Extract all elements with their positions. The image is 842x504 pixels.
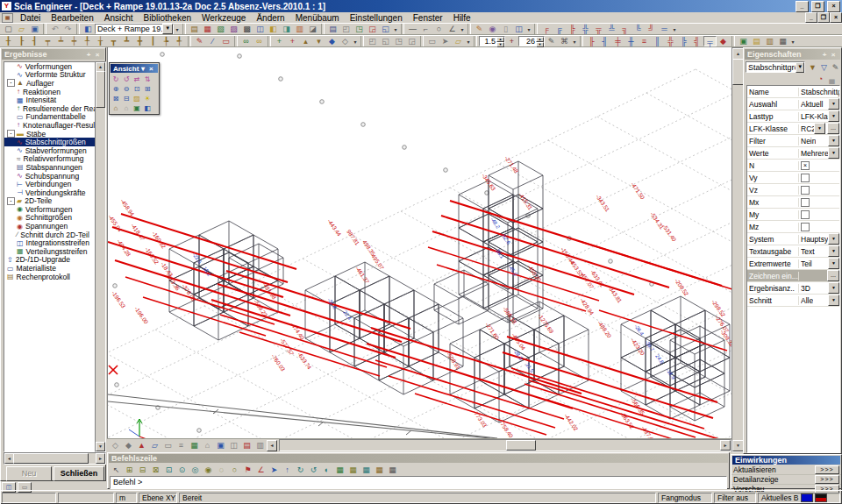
tree-item-integrationsstreifen[interactable]: ◫Integrationsstreifen — [4, 238, 96, 247]
tree-item-stabschnittgr-en[interactable]: ∿Stabschnittgrößen — [4, 138, 96, 146]
view-top-icon[interactable]: ◰ — [366, 36, 379, 46]
save-icon[interactable]: ▣ — [28, 24, 41, 34]
tree-item-resultierende-der-reaktione[interactable]: ↑Resultierende der Reaktione — [4, 104, 96, 113]
filter-v-icon[interactable]: ▽ — [818, 62, 830, 73]
zoom-previous-icon[interactable]: ⊟ — [121, 94, 132, 103]
fillet-icon[interactable]: ┻ — [120, 36, 133, 46]
blue-flag-icon[interactable] — [801, 493, 813, 502]
result-extreme-icon[interactable]: ◆ — [717, 36, 730, 46]
fly-icon[interactable]: ➤ — [439, 36, 452, 46]
result-vz-icon[interactable]: ╪ — [611, 36, 624, 46]
light-icon[interactable]: ☀ — [142, 94, 153, 103]
zoom-in-icon[interactable]: ⊕ — [111, 84, 121, 94]
tree-item-schnittgr-en[interactable]: ◉Schnittgrößen — [4, 214, 96, 223]
new-button[interactable]: Neu — [6, 466, 52, 481]
grid-toggle-icon[interactable]: ▦ — [188, 440, 201, 451]
axo-icon[interactable]: ▲ — [135, 440, 148, 451]
result-stress-icon[interactable]: ╠ — [677, 36, 690, 46]
polar-icon[interactable]: ◎ — [189, 465, 202, 475]
tree-item-spannungen[interactable]: ◉Spannungen — [4, 222, 96, 231]
zoom-all-icon[interactable]: ⊞ — [142, 84, 153, 94]
close-button[interactable]: × — [827, 1, 840, 12]
tree-item-2d-teile[interactable]: -▰2D-Teile — [4, 197, 96, 206]
new-icon[interactable]: ▢ — [2, 24, 15, 34]
batch-icon[interactable]: ▤ — [750, 36, 763, 46]
select-icon[interactable]: ◉ — [486, 24, 499, 34]
redo-icon[interactable]: ↷ — [61, 24, 75, 34]
clipboard-icon[interactable]: ▯ — [499, 24, 512, 34]
result-scale-spinner[interactable]: 1.5▲▼ — [479, 36, 505, 46]
table4-icon[interactable]: ▦ — [373, 465, 386, 475]
rotate-icon[interactable]: ┨ — [28, 36, 41, 46]
result-reactions-icon[interactable]: ╣ — [690, 36, 703, 46]
view-drop[interactable]: ▾ — [465, 39, 472, 45]
array-icon[interactable]: ┃ — [146, 36, 160, 46]
print-preview-icon[interactable]: ◰ — [339, 24, 353, 34]
tree-item-knotenauflager-resultierend[interactable]: ↑Knotenauflager-Resultierend — [4, 121, 96, 130]
dropdown-icon[interactable]: ▼ — [828, 258, 839, 269]
tree-item-verteilungsstreifen[interactable]: ▦Verteilungsstreifen — [4, 247, 96, 256]
polyline-icon[interactable]: ⌐ — [419, 24, 432, 34]
command-input[interactable]: Befehl > — [110, 476, 727, 489]
dropdown-icon[interactable]: ▼ — [828, 245, 839, 257]
minimize-button[interactable]: _ — [796, 1, 809, 12]
open-view-icon[interactable]: ▱ — [452, 36, 465, 46]
font-icon[interactable]: ✎ — [545, 36, 558, 46]
close-panel-icon[interactable]: × — [93, 51, 102, 59]
scale-drop[interactable]: ▾ — [571, 39, 578, 45]
results-tree-hscrollbar[interactable]: ◄ ► — [4, 452, 106, 465]
paint-icon[interactable]: ✎ — [473, 24, 486, 34]
send-icon[interactable]: ◲ — [366, 24, 379, 34]
trim-icon[interactable]: ┿ — [68, 36, 81, 46]
tree-item-verformte-struktur[interactable]: ∿Verformte Struktur — [4, 71, 96, 80]
tree-item-auflager[interactable]: -▲Auflager — [4, 79, 96, 88]
tree-item-schubspannung[interactable]: ∿Schubspannung — [4, 172, 96, 181]
print-drop[interactable]: ▾ — [392, 26, 399, 32]
member-support-icon[interactable]: ═ — [658, 24, 671, 34]
dropdown-icon[interactable]: ▼ — [828, 110, 839, 122]
tree-item-intensit-t[interactable]: ▦Intensität — [4, 96, 96, 104]
scale-icon[interactable]: ╋ — [133, 36, 146, 46]
label-icon[interactable]: ▭ — [219, 36, 232, 46]
zoom-out-icon[interactable]: ⊖ — [121, 84, 132, 94]
pencil-icon[interactable]: ✎ — [830, 62, 841, 73]
tree-item-stabspannungen[interactable]: ▤Stabspannungen — [4, 163, 96, 172]
member-wall-icon[interactable]: ╩ — [605, 24, 618, 34]
tree-item-materialliste[interactable]: ▭Materialliste — [4, 264, 96, 273]
undo-icon[interactable]: ↶ — [48, 24, 61, 34]
split-view-icon[interactable]: ◫ — [227, 440, 240, 451]
modify-drop[interactable]: ▾ — [352, 39, 359, 45]
view-side-icon[interactable]: ◳ — [392, 36, 405, 46]
member-rib-icon[interactable]: ╬ — [579, 24, 592, 34]
scroll-left-icon[interactable]: ◄ — [267, 440, 277, 451]
line-grid-icon[interactable]: ⊟ — [136, 465, 149, 475]
view-front-icon[interactable]: ◱ — [379, 36, 392, 46]
up-icon[interactable]: ↑ — [281, 465, 294, 475]
tree-item-rechenprotokoll[interactable]: ▤Rechenprotokoll — [4, 273, 96, 281]
member-load-icon[interactable]: ╝ — [645, 24, 658, 34]
export-icon[interactable]: ◳ — [353, 24, 366, 34]
zoom-window-icon[interactable]: ⊡ — [132, 84, 142, 94]
circle-icon[interactable]: ○ — [432, 24, 446, 34]
midpoint-icon[interactable]: ◌ — [215, 465, 228, 475]
project-icon[interactable]: ▤ — [188, 24, 201, 34]
dropdown-icon[interactable]: ▼ — [828, 295, 839, 306]
results-tree-vscrollbar[interactable]: ▲ ▼ — [95, 61, 106, 452]
expander-icon[interactable]: - — [7, 130, 15, 138]
label-settings-icon[interactable]: ⌘ — [558, 36, 571, 46]
ucs-icon[interactable]: ⊡ — [162, 465, 175, 475]
layers-view-icon[interactable]: ≡ — [175, 440, 188, 451]
angle-snap-icon[interactable]: ∠ — [254, 465, 268, 475]
checkbox-unchecked[interactable] — [801, 223, 810, 231]
mirror-icon[interactable]: ┯ — [41, 36, 54, 46]
sphere-icon[interactable]: ◐ — [320, 465, 333, 475]
document-icon[interactable]: ▥ — [293, 24, 306, 34]
member-opening-icon[interactable]: ╚ — [632, 24, 645, 34]
active-window-combo-arrow-icon[interactable]: ▼ — [162, 24, 173, 34]
rotate-back-icon[interactable]: ↺ — [121, 75, 132, 84]
result-diagram-icon[interactable]: ╤ — [703, 36, 717, 46]
annotate-icon[interactable]: ✎ — [193, 36, 206, 46]
select-drop[interactable]: ▾ — [525, 26, 532, 32]
viewport-hscrollbar[interactable]: ► — [279, 439, 731, 451]
result-vy-icon[interactable]: ╢ — [598, 36, 611, 46]
